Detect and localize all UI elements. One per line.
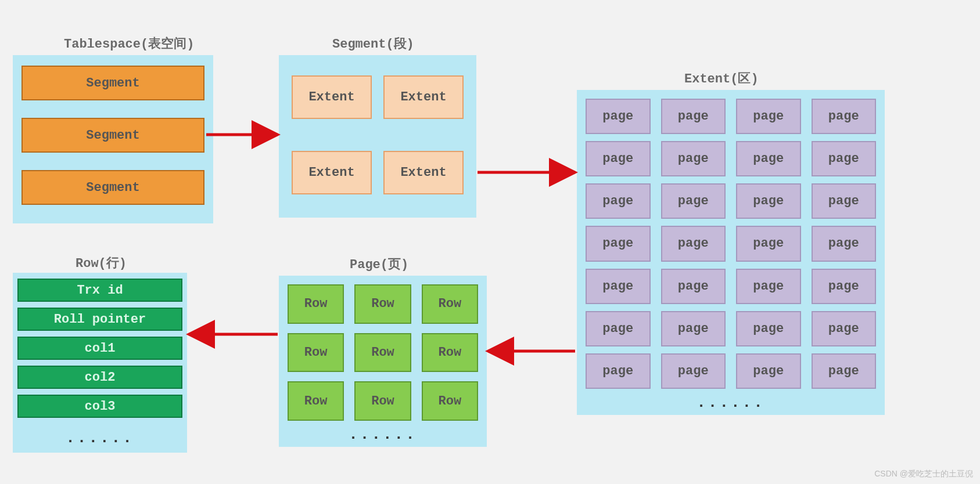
segment-title: Segment(段) [332, 35, 414, 52]
page-box: page [736, 99, 801, 134]
page-panel: RowRowRowRowRowRowRowRowRow ...... [279, 276, 487, 447]
row-field: Roll pointer [17, 308, 182, 331]
row-field: col1 [17, 337, 182, 360]
page-box: page [586, 183, 651, 219]
extent-box: Extent [383, 151, 464, 194]
row-box: Row [354, 381, 411, 421]
page-box: page [661, 226, 726, 261]
extent-box: Extent [292, 151, 372, 194]
segment-box: Segment [21, 118, 204, 153]
row-box: Row [288, 333, 344, 373]
page-box: page [586, 353, 651, 389]
page-box: page [586, 99, 651, 134]
tablespace-title: Tablespace(表空间) [64, 35, 194, 52]
page-box: page [812, 99, 877, 134]
extent-title: Extent(区) [684, 70, 759, 87]
page-box: page [661, 353, 726, 389]
row-box: Row [354, 284, 411, 324]
page-box: page [812, 141, 877, 176]
page-box: page [736, 183, 801, 219]
page-title: Page(页) [350, 255, 408, 273]
page-box: page [661, 183, 726, 219]
extent-box: Extent [292, 75, 372, 119]
page-box: page [736, 269, 801, 304]
page-dots: ...... [279, 426, 487, 443]
page-box: page [736, 353, 801, 389]
page-box: page [661, 141, 726, 176]
page-box: page [812, 353, 877, 389]
row-box: Row [288, 381, 344, 421]
page-box: page [586, 269, 651, 304]
row-box: Row [422, 381, 478, 421]
page-box: page [661, 311, 726, 346]
page-box: page [812, 311, 877, 346]
segment-box: Segment [21, 66, 204, 100]
row-box: Row [422, 284, 478, 324]
segment-box: Segment [21, 170, 204, 205]
row-box: Row [288, 284, 344, 324]
row-box: Row [422, 333, 478, 373]
row-field: col2 [17, 366, 182, 389]
page-box: page [736, 141, 801, 176]
page-box: page [586, 311, 651, 346]
row-field: Trx id [17, 279, 182, 302]
extent-dots: ...... [577, 394, 885, 411]
page-box: page [812, 269, 877, 304]
page-box: page [736, 311, 801, 346]
page-box: page [586, 226, 651, 261]
segment-panel: Extent Extent Extent Extent [279, 55, 476, 218]
row-dots: ...... [13, 429, 187, 447]
page-box: page [586, 141, 651, 176]
page-box: page [736, 226, 801, 261]
tablespace-panel: Segment Segment Segment [13, 55, 213, 223]
page-box: page [661, 99, 726, 134]
watermark: CSDN @爱吃芝士的土豆倪 [874, 469, 973, 479]
page-box: page [812, 183, 877, 219]
page-box: page [661, 269, 726, 304]
extent-box: Extent [383, 75, 464, 119]
page-box: page [812, 226, 877, 261]
row-box: Row [354, 333, 411, 373]
row-title: Row(行) [76, 254, 127, 272]
extent-panel: pagepagepagepagepagepagepagepagepagepage… [577, 90, 885, 415]
row-field: col3 [17, 395, 182, 418]
row-panel: Trx id Roll pointer col1 col2 col3 .....… [13, 273, 187, 453]
